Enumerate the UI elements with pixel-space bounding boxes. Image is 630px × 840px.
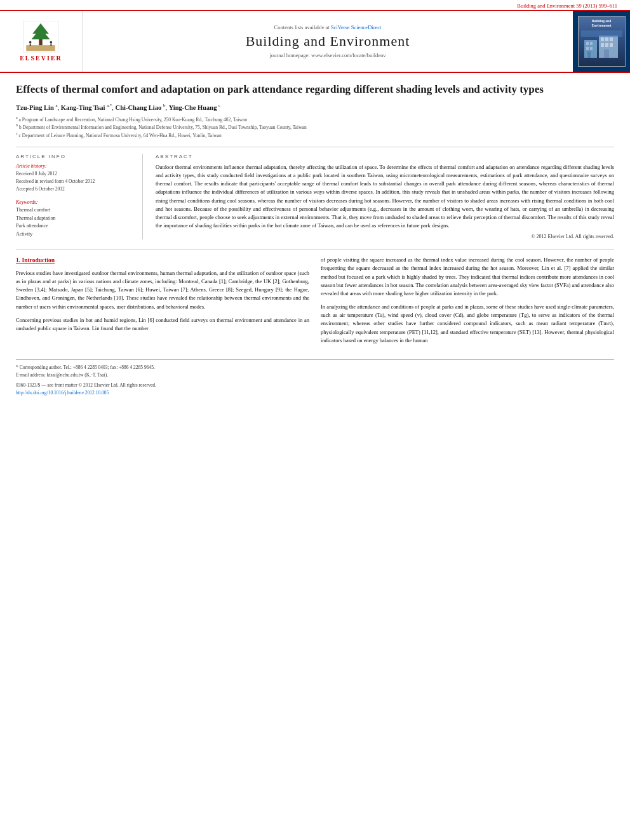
journal-cover-area: Building and Environment <box>573 11 630 72</box>
intro-paragraph-2: Concerning previous studies in hot and h… <box>16 316 309 333</box>
journal-ref-text: Building and Environment 59 (2013) 599–6… <box>517 3 617 9</box>
svg-rect-14 <box>587 51 591 58</box>
keyword-3: Park attendance <box>16 222 133 230</box>
journal-reference-bar: Building and Environment 59 (2013) 599–6… <box>0 0 630 11</box>
history-label: Article history: <box>16 163 133 169</box>
journal-title-area: Contents lists available at SciVerse Sci… <box>83 11 573 72</box>
intro-paragraph-4: In analyzing the attendance and conditio… <box>321 303 614 345</box>
svg-rect-18 <box>610 37 613 41</box>
main-content: Effects of thermal comfort and adaptatio… <box>0 73 630 410</box>
svg-rect-13 <box>590 47 593 50</box>
abstract-text: Outdoor thermal environments influence t… <box>156 163 614 230</box>
svg-rect-10 <box>586 42 589 45</box>
revised-date: Received in revised form 4 October 2012 <box>16 178 133 185</box>
email-note: E-mail address: ktsai@nchu.edu.tw (K.-T.… <box>16 371 614 379</box>
keyword-1: Thermal comfort <box>16 206 133 215</box>
svg-rect-21 <box>610 43 613 47</box>
intro-heading: 1. Introduction <box>16 256 309 265</box>
corresponding-note: * Corresponding author. Tel.: +886 4 228… <box>16 364 614 371</box>
journal-homepage: journal homepage: www.elsevier.com/locat… <box>269 52 385 58</box>
divider-1 <box>16 147 614 147</box>
affiliation-b: b b Department of Environmental Informat… <box>16 123 614 131</box>
article-title: Effects of thermal comfort and adaptatio… <box>16 83 614 97</box>
svg-rect-12 <box>586 47 589 50</box>
info-abstract-section: ARTICLE INFO Article history: Received 8… <box>16 154 614 239</box>
sciverse-text: Contents lists available at SciVerse Sci… <box>274 24 382 30</box>
svg-point-7 <box>50 41 53 44</box>
svg-rect-6 <box>30 43 31 46</box>
journal-title: Building and Environment <box>246 33 410 50</box>
body-section: 1. Introduction Previous studies have in… <box>16 256 614 350</box>
keywords-label: Keywords: <box>16 199 133 205</box>
journal-cover-image: Building and Environment <box>578 16 626 67</box>
abstract-label: ABSTRACT <box>156 154 614 159</box>
svg-rect-8 <box>51 43 52 46</box>
keyword-4: Activity <box>16 230 133 239</box>
svg-rect-16 <box>601 37 604 41</box>
svg-rect-11 <box>590 42 593 45</box>
affiliation-a: a a Program of Landscape and Recreation,… <box>16 115 614 123</box>
svg-rect-19 <box>601 43 604 47</box>
accepted-date: Accepted 6 October 2012 <box>16 185 133 193</box>
copyright-text: © 2012 Elsevier Ltd. All rights reserved… <box>156 234 614 239</box>
issn-line: 0360-1323/$ — see front matter © 2012 El… <box>16 382 614 389</box>
doi-line: http://dx.doi.org/10.1016/j.buildenv.201… <box>16 389 614 397</box>
divider-2 <box>16 249 614 250</box>
cover-illustration <box>581 30 622 59</box>
affiliations: a a Program of Landscape and Recreation,… <box>16 115 614 139</box>
svg-rect-1 <box>27 45 55 51</box>
body-col-right: of people visiting the square increased … <box>321 256 614 350</box>
doi-link[interactable]: http://dx.doi.org/10.1016/j.buildenv.201… <box>16 390 109 396</box>
svg-point-5 <box>29 41 32 44</box>
svg-rect-22 <box>604 50 609 58</box>
received-date: Received 8 July 2012 <box>16 170 133 178</box>
affiliation-c: c c Department of Leisure Planning, Nati… <box>16 131 614 139</box>
body-two-col: 1. Introduction Previous studies have in… <box>16 256 614 350</box>
authors-line: Tzu-Ping Lin a, Kang-Ting Tsai a,*, Chi-… <box>16 103 614 111</box>
keyword-2: Thermal adaptation <box>16 215 133 223</box>
svg-rect-23 <box>581 30 622 37</box>
svg-rect-20 <box>605 43 608 47</box>
article-info-label: ARTICLE INFO <box>16 154 133 159</box>
elsevier-wordmark: ELSEVIER <box>20 55 62 62</box>
cover-title-text: Building and Environment <box>591 19 611 28</box>
body-col-left: 1. Introduction Previous studies have in… <box>16 256 309 350</box>
abstract-col: ABSTRACT Outdoor thermal environments in… <box>156 154 614 239</box>
article-info-col: ARTICLE INFO Article history: Received 8… <box>16 154 143 239</box>
keywords-section: Keywords: Thermal comfort Thermal adapta… <box>16 199 133 239</box>
intro-paragraph-3: of people visiting the square increased … <box>321 256 614 298</box>
article-history: Received 8 July 2012 Received in revised… <box>16 170 133 193</box>
svg-rect-17 <box>605 37 608 41</box>
sciverse-link[interactable]: SciVerse ScienceDirect <box>331 24 382 30</box>
elsevier-tree-icon <box>22 21 60 53</box>
intro-paragraph-1: Previous studies have investigated outdo… <box>16 269 309 311</box>
elsevier-logo-area: ELSEVIER <box>0 11 83 72</box>
journal-header: ELSEVIER Contents lists available at Sci… <box>0 11 630 73</box>
footer-section: * Corresponding author. Tel.: +886 4 228… <box>16 359 614 397</box>
